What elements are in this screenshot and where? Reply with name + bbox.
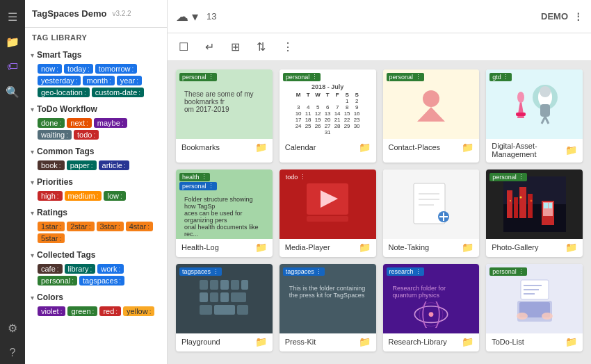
sidebar: TagSpaces Demo v3.2.2 TAG LIBRARY ▾ Smar…	[25, 0, 168, 364]
grid-item-media-player[interactable]: todo ⋮ Media-Player 📁	[280, 169, 376, 257]
svg-rect-22	[507, 190, 512, 218]
app-header: TagSpaces Demo v3.2.2	[25, 0, 167, 28]
tag-cafe[interactable]: cafe	[38, 264, 63, 274]
tag-article[interactable]: article	[99, 160, 129, 170]
cloud-icon[interactable]: ☁ ▾	[176, 9, 198, 24]
help-icon[interactable]: ?	[1, 342, 24, 364]
tag-month[interactable]: month	[83, 76, 114, 85]
tag-4star[interactable]: 4star	[126, 222, 153, 231]
tag-next[interactable]: next	[67, 118, 92, 128]
common-tags-label: Common Tags	[37, 147, 94, 156]
grid-item-todo-list[interactable]: personal ⋮	[486, 264, 583, 351]
topbar: ☁ ▾ 13 DEMO ⋮	[168, 0, 591, 33]
search-icon[interactable]: 🔍	[1, 81, 24, 103]
tag-maybe[interactable]: maybe	[94, 118, 127, 128]
colors-section[interactable]: ▾ Colors	[25, 290, 167, 305]
thumb-media: todo ⋮	[280, 169, 376, 239]
grid-info-contact: Contact-Places 📁	[383, 139, 480, 157]
file-count: 13	[207, 11, 216, 22]
thumb-contact: personal ⋮	[383, 69, 480, 139]
svg-rect-23	[514, 197, 518, 218]
tag-yellow[interactable]: yellow	[123, 306, 154, 316]
toolbar-more-icon[interactable]: ⋮	[280, 38, 296, 56]
priorities-section[interactable]: ▾ Priorities	[25, 174, 167, 190]
common-tags-section[interactable]: ▾ Common Tags	[25, 144, 167, 159]
tag-high[interactable]: high	[38, 191, 63, 201]
ratings-section[interactable]: ▾ Ratings	[25, 205, 167, 220]
tag-2star[interactable]: 2star	[67, 222, 94, 231]
tag-personal[interactable]: personal	[38, 276, 77, 286]
folder-icon-todo: 📁	[565, 336, 577, 347]
svg-rect-9	[516, 113, 526, 116]
tag-green[interactable]: green	[67, 306, 97, 316]
grid-item-calendar[interactable]: personal ⋮ 2018 - July MTWTFSS 12 345678…	[280, 69, 376, 163]
tag-geo-location[interactable]: geo-location	[38, 88, 90, 97]
tag-medium[interactable]: medium	[65, 191, 102, 201]
tag-paper[interactable]: paper	[67, 160, 97, 170]
tag-done[interactable]: done	[38, 118, 65, 128]
priorities-area: high medium low	[25, 190, 167, 205]
grid-item-bookmarks[interactable]: personal ⋮ These are some of my bookmark…	[176, 69, 273, 163]
collected-tags-section[interactable]: ▾ Collected Tags	[25, 247, 167, 263]
grid-view-icon[interactable]: ⊞	[228, 38, 243, 56]
tag-today[interactable]: today	[64, 64, 93, 74]
tag-book[interactable]: book	[38, 160, 65, 170]
thumb-note	[383, 169, 480, 239]
grid-item-press-kit[interactable]: tagspaces ⋮ This is the folder containin…	[280, 264, 376, 351]
tag-waiting[interactable]: waiting	[38, 130, 72, 140]
grid-info-health: Health-Log 📁	[176, 239, 273, 257]
thumb-digital: gtd ⋮	[486, 69, 583, 139]
folder-icon-playground: 📁	[255, 336, 267, 347]
grid-info-playground: Playground 📁	[176, 333, 273, 351]
tag-year[interactable]: year	[117, 76, 142, 85]
svg-point-8	[517, 92, 524, 103]
tag-work[interactable]: work	[97, 264, 124, 274]
tag-violet[interactable]: violet	[38, 306, 65, 316]
grid-info-note: Note-Taking 📁	[383, 239, 480, 257]
back-icon[interactable]: ↵	[202, 38, 217, 56]
smart-tags-section[interactable]: ▾ Smart Tags	[25, 47, 167, 63]
thumb-tag-todo: personal ⋮	[489, 267, 527, 276]
select-all-checkbox[interactable]: ☐	[176, 38, 191, 56]
tag-tomorrow[interactable]: tomorrow	[95, 64, 138, 74]
tag-todo[interactable]: todo	[74, 130, 99, 140]
sort-icon[interactable]: ⇅	[254, 38, 268, 56]
tag-5star[interactable]: 5star	[38, 233, 65, 243]
settings-icon[interactable]: ⚙	[1, 317, 24, 339]
svg-point-0	[423, 90, 439, 107]
grid-item-playground[interactable]: tagspaces ⋮	[176, 264, 273, 351]
tag-3star[interactable]: 3star	[97, 222, 124, 231]
todo-workflow-section[interactable]: ▾ ToDo Workflow	[25, 101, 167, 117]
topbar-more-icon[interactable]: ⋮	[574, 11, 583, 22]
grid-item-contact-places[interactable]: personal ⋮ Contact-Places 📁	[383, 69, 480, 163]
folder-icon-calendar: 📁	[359, 142, 371, 153]
grid-info-bookmarks: Bookmarks 📁	[176, 139, 273, 157]
svg-point-56	[542, 313, 553, 320]
tag-1star[interactable]: 1star	[38, 222, 65, 231]
ratings-label: Ratings	[37, 208, 67, 217]
grid-item-health-log[interactable]: health ⋮ personal ⋮ Folder structure sho…	[176, 169, 273, 257]
folder-icon-research: 📁	[462, 336, 473, 347]
todo-workflow-label: ToDo Workflow	[37, 104, 97, 114]
folder-icon-presskit: 📁	[359, 336, 371, 347]
menu-icon[interactable]: ☰	[1, 6, 24, 28]
grid-item-research-library[interactable]: research ⋮ Research folder for quantum p…	[383, 264, 480, 351]
thumb-tag-digital: gtd ⋮	[489, 73, 512, 81]
smart-tags-chevron: ▾	[31, 51, 34, 59]
svg-rect-38	[200, 292, 208, 302]
grid-item-digital-asset[interactable]: gtd ⋮ Digital-Asset-	[486, 69, 583, 163]
grid-item-note-taking[interactable]: Note-Taking 📁	[383, 169, 480, 257]
grid-item-photo-gallery[interactable]: personal ⋮	[486, 169, 583, 257]
tag-library[interactable]: library	[65, 264, 96, 274]
tag-now[interactable]: now	[38, 64, 62, 74]
thumb-research: research ⋮ Research folder for quantum p…	[383, 264, 480, 333]
toolbar: ☐ ↵ ⊞ ⇅ ⋮	[168, 33, 591, 61]
tag-custom-date[interactable]: custom-date	[92, 88, 144, 97]
tag-tagspaces[interactable]: tagspaces	[79, 276, 124, 286]
tag-red[interactable]: red	[99, 306, 121, 316]
tag-yesterday[interactable]: yesterday	[38, 76, 81, 85]
tag-icon[interactable]: 🏷	[1, 56, 24, 78]
folder-icon[interactable]: 📁	[1, 31, 24, 53]
folder-icon-note: 📁	[462, 242, 473, 253]
tag-low[interactable]: low	[104, 191, 125, 201]
